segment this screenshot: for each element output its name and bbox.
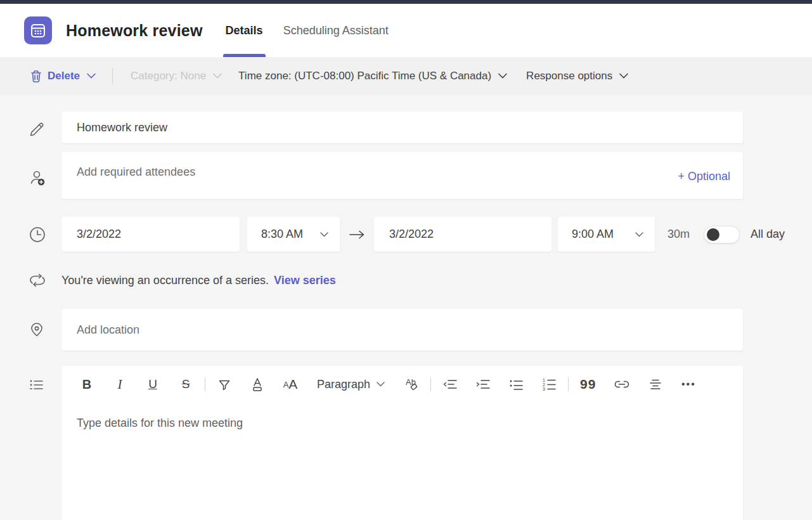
- calendar-icon: [30, 22, 46, 39]
- add-optional-attendees-link[interactable]: + Optional: [678, 162, 733, 183]
- chevron-down-icon: [377, 382, 385, 387]
- clock-icon: [0, 225, 61, 244]
- add-person-icon: [0, 152, 61, 188]
- editor-divider: [430, 377, 431, 391]
- all-day-label: All day: [751, 228, 785, 241]
- more-options-button[interactable]: •••: [681, 374, 696, 395]
- start-time-dropdown[interactable]: 8:30 AM: [247, 217, 340, 252]
- svg-text:1: 1: [543, 378, 545, 382]
- meeting-header: Homework review Details Scheduling Assis…: [0, 4, 812, 57]
- datetime-row: 3/2/2022 8:30 AM 3/2/2022 9:00 AM 30m Al…: [0, 217, 812, 252]
- indent-button[interactable]: [475, 374, 491, 395]
- category-button: Category: None: [131, 70, 222, 82]
- series-occurrence-text: You're viewing an occurrence of a series…: [61, 274, 269, 287]
- bold-button[interactable]: B: [79, 374, 94, 395]
- end-time-dropdown[interactable]: 9:00 AM: [558, 217, 655, 252]
- arrow-right-icon: [349, 230, 365, 240]
- details-editor-row: B I U S AA: [0, 366, 812, 520]
- editor-toolbar: B I U S AA: [61, 366, 743, 403]
- toggle-knob: [707, 228, 719, 241]
- tab-details[interactable]: Details: [216, 4, 273, 57]
- chevron-down-icon: [87, 73, 96, 79]
- svg-text:2: 2: [543, 382, 545, 387]
- font-size-button[interactable]: AA: [283, 374, 298, 395]
- timezone-button[interactable]: Time zone: (UTC-08:00) Pacific Time (US …: [238, 70, 507, 82]
- start-date-value: 3/2/2022: [77, 228, 121, 241]
- meeting-title-input[interactable]: [61, 112, 743, 143]
- chevron-down-icon: [320, 232, 328, 237]
- font-size-large-glyph: A: [288, 377, 297, 392]
- attendees-row: + Optional: [0, 152, 812, 199]
- command-toolbar: Delete Category: None Time zone: (UTC-08…: [0, 57, 812, 94]
- title-row: [0, 112, 812, 143]
- editor-divider: [205, 377, 205, 391]
- editor-divider: [568, 377, 569, 391]
- category-label: Category: None: [131, 70, 206, 82]
- svg-text:Ab: Ab: [406, 377, 416, 387]
- chevron-down-icon: [635, 232, 643, 237]
- series-row: You're viewing an occurrence of a series…: [0, 271, 812, 290]
- end-time-value: 9:00 AM: [572, 228, 614, 241]
- required-attendees-input[interactable]: [77, 162, 678, 181]
- quote-button[interactable]: 99: [580, 374, 596, 395]
- outdent-button[interactable]: [442, 374, 458, 395]
- trash-icon: [30, 70, 42, 82]
- tab-scheduling-assistant[interactable]: Scheduling Assistant: [273, 4, 399, 57]
- response-options-button[interactable]: Response options: [526, 70, 628, 82]
- duration-label: 30m: [667, 228, 690, 241]
- response-options-label: Response options: [526, 70, 612, 82]
- underline-button[interactable]: U: [145, 374, 160, 395]
- clear-format-button[interactable]: Ab: [404, 374, 419, 395]
- location-input[interactable]: [77, 323, 728, 337]
- tab-scheduling-assistant-label: Scheduling Assistant: [283, 24, 389, 37]
- strikethrough-button[interactable]: S: [178, 374, 193, 395]
- meeting-form: + Optional 3/2/2022 8:30 AM 3/2/2022 9:0…: [0, 94, 812, 520]
- tab-details-label: Details: [226, 24, 263, 37]
- view-series-link[interactable]: View series: [274, 274, 336, 287]
- font-color-button[interactable]: [250, 374, 265, 395]
- location-field: [61, 309, 743, 351]
- paragraph-style-dropdown[interactable]: Paragraph: [317, 378, 385, 391]
- location-pin-icon: [0, 309, 61, 341]
- page-title: Homework review: [66, 22, 203, 40]
- chevron-down-icon: [498, 73, 507, 79]
- insert-link-button[interactable]: [614, 374, 630, 395]
- start-date-field[interactable]: 3/2/2022: [61, 217, 240, 252]
- numbered-list-button[interactable]: 1 2 3: [541, 374, 557, 395]
- calendar-app-icon: [24, 16, 52, 44]
- attendees-field: + Optional: [61, 152, 743, 199]
- horizontal-rule-button[interactable]: [648, 374, 663, 395]
- end-date-value: 3/2/2022: [389, 228, 434, 241]
- chevron-down-icon: [619, 73, 628, 79]
- font-size-small-glyph: A: [283, 380, 289, 389]
- all-day-toggle[interactable]: [704, 226, 740, 244]
- start-time-value: 8:30 AM: [261, 228, 303, 241]
- svg-text:3: 3: [543, 387, 545, 391]
- location-row: [0, 309, 812, 351]
- italic-button[interactable]: I: [112, 374, 127, 395]
- chevron-down-icon: [213, 73, 222, 79]
- paragraph-label: Paragraph: [317, 378, 370, 391]
- delete-button[interactable]: Delete: [30, 70, 96, 82]
- bullet-list-button[interactable]: [508, 374, 524, 395]
- details-editor: B I U S AA: [61, 366, 743, 520]
- toolbar-divider: [112, 68, 113, 84]
- repeat-icon: [0, 272, 61, 289]
- highlight-button[interactable]: [217, 374, 232, 395]
- timezone-label: Time zone: (UTC-08:00) Pacific Time (US …: [238, 70, 491, 82]
- delete-label: Delete: [48, 70, 80, 82]
- details-list-icon: [0, 366, 61, 393]
- details-text-area[interactable]: Type details for this new meeting: [61, 403, 743, 520]
- end-date-field[interactable]: 3/2/2022: [374, 217, 551, 252]
- edit-pencil-icon: [0, 112, 61, 138]
- tab-bar: Details Scheduling Assistant: [216, 4, 399, 57]
